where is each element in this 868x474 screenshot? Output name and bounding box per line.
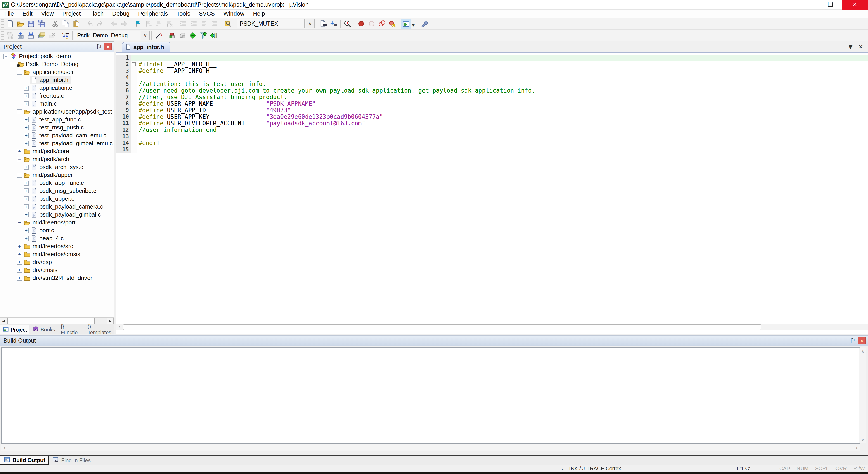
stop-build-button[interactable] [46, 31, 57, 40]
scroll-down-chevron[interactable]: ∨ [861, 437, 865, 443]
panel-tab-books[interactable]: ?Books [30, 325, 57, 334]
scroll-left-arrow[interactable]: ◀ [0, 318, 7, 324]
build-target-button[interactable] [16, 31, 26, 40]
menu-debug[interactable]: Debug [108, 9, 134, 18]
breakpoint-enable-disable-button[interactable] [366, 19, 377, 29]
code-line-5[interactable]: 5//attention: this is test user info. [116, 81, 868, 87]
redo-button[interactable] [95, 19, 105, 29]
code-line-7[interactable]: 7//then, use DJI Assistant binding produ… [116, 94, 868, 100]
tab-list-dropdown-icon[interactable]: ▼ [848, 44, 852, 50]
comment-block-button[interactable] [199, 19, 209, 29]
tree-item[interactable]: +mid/freertos/cmsis [0, 250, 114, 258]
code-line-12[interactable]: 12//user information end [116, 127, 868, 133]
tree-item[interactable]: +drv/bsp [0, 258, 114, 266]
build-output-hscrollbar[interactable]: ‹ › [1, 444, 860, 451]
tree-item[interactable]: −application/user [0, 68, 114, 76]
uncomment-block-button[interactable] [209, 19, 220, 29]
window-toggle-dropdown-icon[interactable]: ▼ [412, 23, 414, 27]
tree-item[interactable]: +psdk_upper.c [0, 195, 114, 203]
menu-view[interactable]: View [37, 9, 58, 18]
collapse-icon[interactable]: − [10, 62, 15, 67]
fold-collapse-icon[interactable]: − [131, 61, 137, 68]
search-combo[interactable]: PSDK_MUTEX [237, 19, 305, 28]
code-line-13[interactable]: 13 [116, 133, 868, 140]
expand-icon[interactable]: + [24, 204, 29, 209]
expand-icon[interactable]: + [17, 244, 22, 249]
expand-icon[interactable]: + [24, 101, 29, 106]
find-in-target-button[interactable] [223, 19, 234, 29]
copy-button[interactable] [60, 19, 71, 29]
scroll-up-chevron[interactable]: ∧ [861, 349, 865, 354]
menu-svcs[interactable]: SVCS [194, 9, 219, 18]
tree-item[interactable]: −mid/psdk/arch [0, 155, 114, 163]
scroll-right-chevron[interactable]: › [856, 445, 858, 451]
tree-item[interactable]: app_infor.h [0, 76, 114, 84]
tree-item[interactable]: +drv/stm32f4_std_driver [0, 274, 114, 282]
translate-file-button[interactable] [5, 31, 16, 40]
expand-icon[interactable]: + [24, 181, 29, 185]
bookmark-clear-button[interactable] [164, 19, 175, 29]
tree-item[interactable]: −Psdk_Demo_Debug [0, 60, 114, 68]
breakpoint-insert-button[interactable] [356, 19, 366, 29]
tree-item[interactable]: +main.c [0, 100, 114, 108]
build-output-close-button[interactable]: x [858, 337, 866, 344]
collapse-icon[interactable]: − [17, 109, 22, 114]
code-line-2[interactable]: 2−#ifndef __APP_INFO_H__ [116, 61, 868, 68]
panel-tab-templates[interactable]: (), Templates [85, 325, 114, 334]
manage-rte-button[interactable] [167, 31, 177, 40]
undo-button[interactable] [85, 19, 95, 29]
code-line-6[interactable]: 6//user need goto developer.dji.com to c… [116, 87, 868, 94]
collapse-icon[interactable]: − [3, 54, 8, 59]
tree-item[interactable]: +psdk_payload_gimbal.c [0, 211, 114, 218]
select-target-set-button[interactable] [188, 31, 198, 40]
menu-window[interactable]: Window [219, 9, 249, 18]
target-combo[interactable]: Psdk_Demo_Debug [74, 31, 140, 40]
tree-item[interactable]: +application.c [0, 84, 114, 92]
code-line-15[interactable]: 15 [116, 146, 868, 153]
incremental-find-button[interactable] [329, 19, 339, 29]
expand-icon[interactable]: + [24, 141, 29, 146]
menu-project[interactable]: Project [58, 9, 85, 18]
bookmark-next-button[interactable] [144, 19, 154, 29]
expand-icon[interactable]: + [17, 252, 22, 257]
menu-peripherals[interactable]: Peripherals [134, 9, 172, 18]
panel-tab-functio[interactable]: {} Functio... [58, 325, 84, 334]
tree-item[interactable]: +psdk_arch_sys.c [0, 163, 114, 171]
tab-close-icon[interactable]: ✕ [859, 44, 863, 50]
scroll-left-chevron[interactable]: ‹ [116, 324, 123, 330]
expand-icon[interactable]: + [24, 236, 29, 241]
rebuild-all-button[interactable] [26, 31, 36, 40]
open-file-button[interactable] [16, 19, 26, 29]
collapse-icon[interactable]: − [17, 173, 22, 178]
file-tab-app-infor-h[interactable]: app_infor.h [122, 42, 170, 52]
expand-icon[interactable]: + [24, 125, 29, 130]
code-line-9[interactable]: 9#define USER_APP_ID "49873" [116, 107, 868, 114]
tree-item[interactable]: −mid/freertos/port [0, 218, 114, 227]
close-button[interactable]: ✕ [842, 0, 868, 9]
expand-icon[interactable]: + [17, 149, 22, 154]
scroll-right-arrow[interactable]: ▶ [107, 318, 114, 324]
expand-icon[interactable]: + [24, 188, 29, 194]
bookmark-toggle-button[interactable] [133, 19, 144, 29]
combo-dropdown-icon[interactable]: ∨ [141, 31, 150, 40]
breakpoint-disable-all-button[interactable] [377, 19, 387, 29]
save-all-button[interactable] [36, 19, 46, 29]
indent-right-button[interactable] [188, 19, 199, 29]
menu-flash[interactable]: Flash [85, 9, 108, 18]
menu-help[interactable]: Help [249, 9, 269, 18]
collapse-icon[interactable]: − [17, 220, 22, 225]
project-window-toggle-button[interactable] [401, 19, 411, 29]
panel-tab-project[interactable]: Project [0, 325, 29, 334]
debug-session-button[interactable]: d [342, 19, 352, 29]
code-editor[interactable]: 12−#ifndef __APP_INFO_H__3#define __APP_… [116, 55, 868, 322]
tree-item[interactable]: +test_app_func.c [0, 116, 114, 123]
expand-icon[interactable]: + [24, 165, 29, 170]
editor-hscrollbar[interactable]: ‹ [116, 324, 868, 330]
combo-dropdown-icon[interactable]: ∨ [306, 19, 315, 28]
code-line-3[interactable]: 3#define __APP_INFO_H__ [116, 68, 868, 74]
load-flash-button[interactable]: LOAD [60, 31, 71, 40]
expand-icon[interactable]: + [24, 197, 29, 201]
menu-edit[interactable]: Edit [18, 9, 37, 18]
pin-icon[interactable]: ⚐ [96, 43, 102, 51]
expand-icon[interactable]: + [24, 228, 29, 233]
